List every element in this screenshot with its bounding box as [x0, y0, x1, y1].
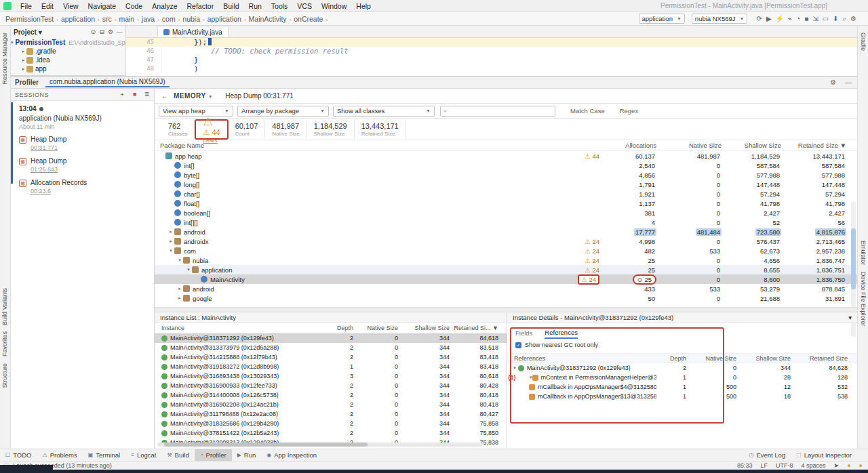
column-shallow-size[interactable]: Shallow Size [727, 142, 787, 149]
breadcrumb-item[interactable]: onCreate [294, 15, 323, 23]
column-native-size[interactable]: Native Size [357, 325, 402, 331]
chevron-down-icon[interactable]: ▾ [848, 314, 852, 321]
tool-window-tab[interactable]: ◉ App Inspection [261, 449, 322, 461]
menu-item[interactable]: Help [351, 2, 376, 10]
session-list-icon[interactable]: ≣ [144, 91, 150, 98]
class-filter-select[interactable]: Show all classes▼ [333, 106, 435, 117]
column-depth[interactable]: Depth [656, 355, 690, 362]
package-row[interactable]: char[] 1,921 0 57,294 57,294 [155, 189, 857, 199]
settings-icon[interactable]: ⚙ [850, 15, 856, 22]
instance-row[interactable]: MainActivity@316902208 (0x124ac21b) 2 0 … [155, 400, 507, 409]
apply-changes-icon[interactable]: ⚡ [776, 15, 784, 22]
profile-icon[interactable]: ◔ [796, 15, 800, 22]
session-artifact[interactable]: ▦ Heap Dump 00:31.771 [19, 136, 149, 151]
breadcrumb-item[interactable]: com [162, 15, 176, 23]
tool-stripe-emulator[interactable]: Emulator [860, 241, 867, 265]
locate-file-icon[interactable]: ⊙ [91, 28, 96, 35]
instance-row[interactable]: MainActivity@316900933 (0x12fee733) 2 0 … [155, 381, 507, 390]
menu-item[interactable]: Build [218, 2, 243, 10]
column-retained-size[interactable]: Retained Size ▼ [787, 142, 857, 149]
menu-item[interactable]: Window [317, 2, 351, 10]
column-native-size[interactable]: Native Size [662, 142, 727, 149]
package-row[interactable]: app heap 44 60,137 481,987 1,184,529 13,… [155, 151, 857, 161]
package-row[interactable]: ▾application 24 25 0 8,655 1,836,751 [155, 265, 857, 274]
instance-row[interactable]: MainActivity@311798488 (0x12e2ac08) 2 0 … [155, 409, 507, 419]
regex-button[interactable]: Regex [620, 107, 638, 115]
column-depth[interactable]: Depth [330, 325, 357, 331]
instance-row[interactable]: MainActivity@318325686 (0x129b4280) 2 0 … [155, 419, 507, 428]
breadcrumb-item[interactable]: java [142, 15, 155, 23]
tool-stripe-build-variants[interactable]: Build Variants [1, 288, 8, 325]
package-row[interactable]: ▾com 24 482 533 62,673 2,957,238 [155, 246, 857, 255]
tool-window-tab[interactable]: ▣ Terminal [83, 449, 125, 461]
line-separator[interactable]: LF [761, 462, 768, 469]
sdk-manager-icon[interactable]: ⬇ [833, 15, 838, 22]
column-allocations[interactable]: Allocations [599, 142, 662, 149]
device-select[interactable]: nubia NX569J▼ [692, 14, 748, 24]
package-row[interactable]: ▸android 17,777 481,484 723,580 4,815,87… [155, 227, 857, 236]
indent-setting[interactable]: 4 spaces [802, 462, 826, 469]
reference-row[interactable]: mCallback in AppOpsManager$13@313258978 … [507, 392, 857, 401]
project-view-selector[interactable]: Project ▾ [14, 28, 42, 36]
stop-session-icon[interactable]: ■ [133, 91, 137, 98]
menu-item[interactable]: Tools [267, 2, 293, 10]
package-row[interactable]: ▾nubia 24 25 0 4,656 1,836,747 [155, 255, 857, 265]
menu-item[interactable]: Run [244, 2, 267, 10]
column-package-name[interactable]: Package Name [155, 142, 556, 149]
arrange-select[interactable]: Arrange by package▼ [237, 106, 329, 117]
package-row[interactable]: ▸android 433 533 53,279 878,845 [155, 284, 857, 293]
search-everywhere-icon[interactable]: ⌕ [842, 15, 846, 22]
run-configuration-select[interactable]: application▼ [639, 14, 685, 24]
tool-window-tab[interactable]: ▶ Run [232, 449, 262, 461]
package-row[interactable]: ▸google 50 0 21,688 31,891 [155, 293, 857, 303]
editor-body[interactable]: 45 }); 46 // TODO: check permission resu… [126, 38, 857, 75]
reference-row[interactable]: mCallback in AppOpsManager$4@313258044 (… [507, 382, 857, 392]
menu-item[interactable]: Navigate [83, 2, 121, 10]
class-search-input[interactable]: ⌕ [440, 106, 555, 117]
tab-references[interactable]: References [545, 329, 578, 339]
tool-window-tab[interactable]: ⚠ Problems [37, 449, 82, 461]
tab-fields[interactable]: Fields [515, 329, 532, 338]
tool-window-tab[interactable]: ⬚ Layout Inspector [791, 449, 857, 461]
column-instance[interactable]: Instance [155, 325, 313, 331]
column-references[interactable]: References [507, 355, 656, 362]
avd-manager-icon[interactable]: ▭ [823, 15, 829, 22]
tool-stripe-device-file-explorer[interactable]: Device File Explorer [860, 272, 867, 327]
settings-icon[interactable]: ⚙ [108, 28, 113, 35]
hide-panel-icon[interactable]: — [117, 28, 123, 35]
run-icon[interactable]: ▶ [766, 15, 772, 22]
project-node-idea[interactable]: ▸ .idea [11, 56, 125, 64]
tool-stripe-structure[interactable]: Structure [1, 363, 8, 388]
package-row[interactable]: float[] 1,137 0 41,798 41,798 [155, 199, 857, 208]
instance-row[interactable]: MainActivity@316893438 (0x13029343) 3 0 … [155, 371, 507, 381]
tool-stripe-gradle[interactable]: Gradle [860, 33, 867, 51]
tool-stripe-favorites[interactable]: Favorites [1, 331, 8, 356]
instance-row[interactable]: MainActivity@319183272 (0x12d8b998) 1 0 … [155, 362, 507, 371]
tool-window-tab[interactable]: ≡ Logcat [125, 449, 161, 461]
caret-position[interactable]: 85:33 [737, 462, 753, 469]
instance-row[interactable]: MainActivity@314400008 (0x126c5738) 2 0 … [155, 390, 507, 400]
tool-window-tab[interactable]: ◷ Event Log [743, 449, 791, 461]
settings-icon[interactable]: ⚙ [830, 79, 836, 86]
column-shallow-size[interactable]: Shallow Size [741, 355, 795, 362]
package-row[interactable]: MainActivity 24 25 0 8,600 1,836,750 [155, 274, 857, 284]
stop-icon[interactable]: ■ [804, 15, 808, 22]
collapse-all-icon[interactable]: ⊟ [99, 28, 104, 35]
hide-panel-icon[interactable]: — [845, 79, 852, 86]
menu-item[interactable]: Refactor [182, 2, 219, 10]
editor-tab-mainactivity[interactable]: MainActivity.java [157, 26, 229, 37]
menu-item[interactable]: View [58, 2, 83, 10]
instance-row[interactable]: MainActivity@313373979 (0x12d6a288) 2 0 … [155, 343, 507, 352]
instance-list-hscrollbar[interactable] [157, 443, 483, 447]
menu-item[interactable]: Analyze [147, 2, 182, 10]
gradle-sync-icon[interactable]: ● [859, 462, 863, 469]
horizontal-splitter[interactable] [155, 307, 857, 312]
add-session-icon[interactable]: ＋ [119, 91, 125, 98]
menu-item[interactable]: File [16, 2, 37, 10]
package-row[interactable]: int[][] 4 0 52 56 [155, 218, 857, 227]
debug-icon[interactable]: ⌁ [788, 15, 792, 22]
back-arrow-icon[interactable]: ← [161, 92, 168, 100]
menu-item[interactable]: VCS [292, 2, 317, 10]
column-shallow-size[interactable]: Shallow Size [402, 325, 454, 331]
package-row[interactable]: ▸androidx 24 4,998 0 576,437 2,713,465 [155, 236, 857, 246]
